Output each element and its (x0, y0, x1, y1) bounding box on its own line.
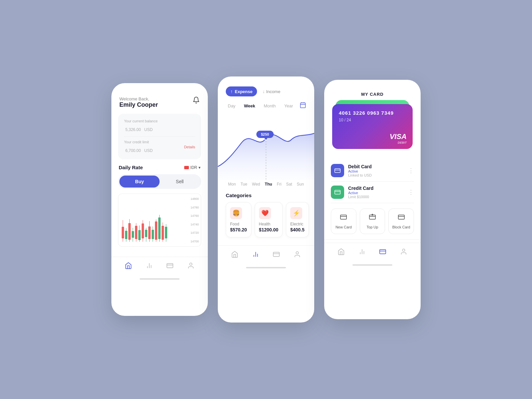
calendar-icon[interactable] (300, 102, 306, 110)
expense-badge[interactable]: ↑ Expense (226, 86, 257, 96)
top-up-button[interactable]: Top Up (360, 208, 385, 234)
screens-container: Welcome Back, Emily Cooper Your current … (105, 57, 427, 342)
debit-card-menu-icon[interactable]: ⋮ (408, 167, 414, 174)
nav-user-icon[interactable] (187, 262, 195, 270)
top-up-icon (369, 213, 376, 222)
tab-day[interactable]: Day (226, 102, 237, 110)
tab-year[interactable]: Year (282, 102, 295, 110)
p1-header: Welcome Back, Emily Cooper (111, 83, 208, 114)
day-fri: Fri (277, 182, 281, 187)
debit-card-status: Active (348, 169, 404, 173)
balance-label: Your current balance (124, 119, 195, 123)
food-amount: $570.20 (230, 227, 247, 232)
bottom-nav-2 (218, 245, 314, 265)
income-text: Income (266, 89, 280, 94)
candlestick-chart: 14800 14780 14760 14740 14720 14700 (118, 194, 201, 247)
svg-rect-3 (167, 264, 173, 268)
nav-home-icon[interactable] (124, 262, 132, 270)
nav2-user-icon[interactable] (293, 250, 301, 258)
tab-week[interactable]: Week (242, 102, 257, 110)
debit-card-name: Debit Card (348, 164, 404, 169)
debit-card-info: Debit Card Active Linked to USD (348, 164, 404, 177)
card-list: Debit Card Active Linked to USD ⋮ Credit… (324, 160, 421, 203)
balance-amount: 5,326.00 USD (124, 124, 195, 133)
buy-sell-toggle: Buy Sell (118, 174, 201, 189)
electric-name: Electric (290, 222, 305, 226)
day-mon: Mon (228, 182, 236, 187)
health-icon: ❤️ (259, 207, 271, 219)
period-tabs: Day Week Month Year (218, 102, 314, 113)
chevron-down-icon: ▾ (199, 165, 200, 170)
notification-bell-icon[interactable] (193, 96, 200, 105)
credit-card-info: Credit Card Active Limit $10000 (348, 186, 404, 199)
tab-month[interactable]: Month (262, 102, 278, 110)
block-card-label: Block Card (392, 225, 410, 229)
nav-card-icon[interactable] (166, 262, 174, 270)
greeting-block: Welcome Back, Emily Cooper (119, 96, 158, 108)
card-front[interactable]: 4061 3226 0963 7349 10 / 24 VISA DEBIT (332, 104, 413, 149)
block-card-button[interactable]: Block Card (388, 208, 414, 234)
nav2-chart-icon[interactable] (252, 250, 260, 258)
debit-label: DEBIT (390, 141, 407, 144)
svg-rect-28 (398, 215, 404, 219)
welcome-text: Welcome Back, (119, 96, 158, 101)
phone-1: Welcome Back, Emily Cooper Your current … (111, 83, 208, 316)
electric-icon: ⚡ (290, 207, 302, 219)
idr-badge[interactable]: IDR ▾ (184, 165, 200, 170)
y-axis-labels: 14800 14780 14760 14740 14720 14700 (191, 197, 199, 243)
svg-rect-34 (380, 250, 386, 254)
expense-income-row: ↑ Expense ↓ Income (218, 86, 314, 102)
food-name: Food (230, 222, 247, 226)
arrow-up-icon: ↑ (230, 89, 233, 94)
svg-point-5 (190, 263, 192, 265)
nav3-chart-icon[interactable] (358, 248, 366, 256)
svg-rect-24 (340, 215, 346, 219)
day-sat: Sat (286, 182, 292, 187)
category-electric[interactable]: ⚡ Electric $400.5 (286, 202, 309, 237)
nav2-home-icon[interactable] (231, 250, 239, 258)
card-expiry: 10 / 24 (339, 118, 406, 122)
my-card-title: MY CARD (324, 80, 421, 100)
credit-amount: 6,700.00 USD (124, 145, 153, 154)
health-amount: $1200.00 (259, 227, 278, 232)
arrow-down-icon: ↓ (262, 89, 265, 94)
nav3-card-icon[interactable] (379, 248, 387, 256)
categories-title: Categories (226, 193, 306, 198)
svg-text:$250: $250 (261, 132, 269, 136)
details-link[interactable]: Details (184, 145, 195, 149)
credit-card-status: Active (348, 191, 404, 195)
block-card-icon (398, 213, 405, 222)
day-labels: Mon Tue Wed Thu Fri Sat Sun (218, 180, 314, 189)
category-food[interactable]: 🍔 Food $570.20 (226, 202, 251, 237)
day-wed: Wed (252, 182, 260, 187)
nav3-home-icon[interactable] (337, 248, 345, 256)
svg-point-36 (402, 249, 405, 251)
health-name: Health (259, 222, 278, 226)
category-health[interactable]: ❤️ Health $1200.00 (255, 202, 283, 237)
flag-icon (184, 166, 189, 169)
new-card-button[interactable]: New Card (331, 208, 356, 234)
idr-label: IDR (190, 165, 197, 170)
debit-card-item[interactable]: Debit Card Active Linked to USD ⋮ (331, 160, 414, 182)
credit-card-menu-icon[interactable]: ⋮ (408, 189, 414, 196)
svg-point-19 (296, 252, 298, 254)
bottom-nav-1 (111, 257, 208, 276)
nav-chart-icon[interactable] (145, 262, 153, 270)
user-name: Emily Cooper (119, 101, 158, 108)
svg-rect-20 (335, 169, 340, 173)
credit-card-item[interactable]: Credit Card Active Limit $10000 ⋮ (331, 182, 414, 203)
categories-grid: 🍔 Food $570.20 ❤️ Health $1200.00 ⚡ Elec… (226, 202, 306, 237)
bottom-nav-3 (324, 243, 421, 262)
day-sun: Sun (297, 182, 304, 187)
debit-card-icon (331, 164, 344, 177)
income-label[interactable]: ↓ Income (262, 89, 280, 94)
nav2-card-icon[interactable] (272, 250, 280, 258)
nav3-user-icon[interactable] (400, 248, 408, 256)
buy-button[interactable]: Buy (119, 176, 160, 188)
expense-label: Expense (235, 89, 252, 94)
card-number: 4061 3226 0963 7349 (339, 110, 406, 116)
sell-button[interactable]: Sell (160, 176, 200, 188)
svg-rect-17 (273, 252, 279, 257)
credit-row: Your credit limit 6,700.00 USD Details (124, 140, 195, 154)
daily-rate-title: Daily Rate (119, 165, 143, 170)
